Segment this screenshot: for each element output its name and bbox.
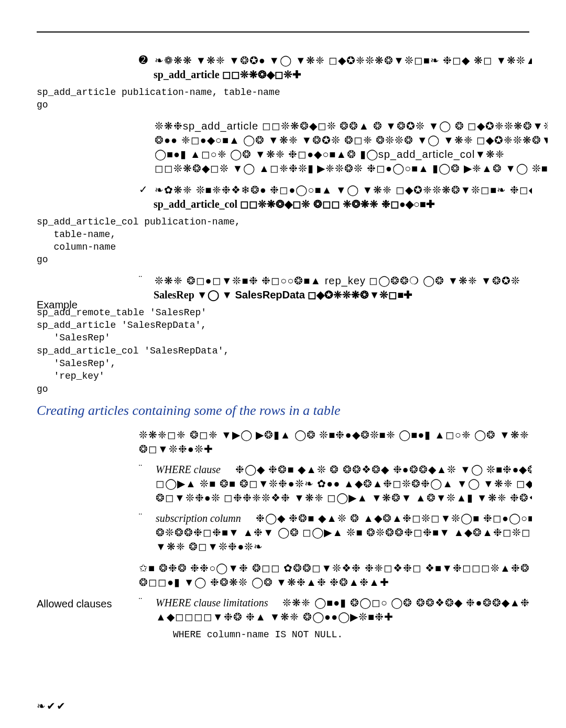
step-bullet-2: ➋ [139, 53, 150, 67]
wlimit-g1: ❊❋❈ ◯■●▮ ❂◯◻○ ◯❂ ❂❂❖❂◆ ❉●❂❂◆▲❉ [282, 597, 530, 608]
step-bullet-check: ✓ [139, 183, 150, 196]
page: ➋ ❧❁❋❋ ▼❋❈ ▼❂✪● ▼◯ ▼❋❈ ◻◆✪❈❊❋❂▼❊◻■❧ ❉◻◆ … [0, 0, 566, 728]
stepcheck-bold-sym: ◻◻❊❋❂◆◻❊ ❂◻◻ ❈❂❋❈ ❉◻●◆○■✚ [240, 198, 435, 210]
sp-add-article-col-label: sp_add_article_col [154, 198, 240, 210]
where-g3: ❂◻▼❊❉●❊ ◻❉❉❈❊❖❉ ▼❋❈ ◻◯▶▲ ▼❋❂▼ ▲❂▼❊▲▮ ▼❋❈… [156, 491, 532, 505]
section-heading: Creating articles containing some of the… [37, 403, 529, 419]
sp-add-article-label: sp_add_article [154, 69, 222, 80]
step2-bold-sym: ◻◻❊❋❂◆◻❊✚ [222, 69, 301, 80]
label-allowed-clauses: Allowed clauses [37, 598, 112, 610]
allowed-block: ✩■ ❂❉❂ ❉❉○◯▼❉ ❂◻◻ ✿❂❂◻▼❊❖❉ ❉❈◻❖❉◻ ❖■▼❉◻◻… [139, 561, 532, 624]
salesrep-label: SalesRep [154, 289, 197, 301]
bullet-subscription: ¨ subscription column❉◯◆ ❉❂■ ◆▲❊ ❂ ▲◆❂▲❉… [139, 511, 532, 554]
step2-g2: ❊❋❉sp_add_article ◻◻❊❋❂◆◻❊ ❂❂▲ ❂ ▼❂✪❊ ▼◯… [155, 119, 548, 133]
allowed-g1: ✩■ ❂❉❂ ❉❉○◯▼❉ ❂◻◻ ✿❂❂◻▼❊❖❉ ❉❈◻❖❉◻ ❖■▼❉◻◻… [139, 561, 532, 575]
where-g2: ◻◯▶▲ ❊■ ❂■ ❂◻▼❊❉●❊❧ ✿●● ▲◆❂▲❉◻❊❂❉◯▲ ▼◯ ▼… [156, 477, 532, 491]
bullet-mark-where: ¨ [139, 463, 148, 505]
example-block: ¨ ❊❋❈ ❂◻●◻▼❊■❉ ❉◻○○❂■▲ rep_key ◻◯❂❂❍ ◯❂ … [139, 274, 532, 302]
example-bold: SalesRep ▼◯ ▼ SalesRepData ◻◆✪❈❊❋❂▼❊◻■✚ [154, 288, 532, 302]
block-step-2: ➋ ❧❁❋❋ ▼❋❈ ▼❂✪● ▼◯ ▼❋❈ ◻◆✪❈❊❋❂▼❊◻■❧ ❉◻◆ … [139, 53, 532, 82]
term-where-limitations: WHERE clause limitations [156, 597, 268, 608]
step2-g5: ◻◻❊❋❂◆◻❊ ▼◯ ▲◻❈❉❊▮ ▶❈❊❂❊ ❉◻●◯○■▲ ▮◯❂ ▶❈▲… [155, 162, 548, 176]
example-bold-sym: ◻◆✪❈❊❋❂▼❊◻■✚ [308, 289, 412, 301]
code-example: sp_add_remote_table 'SalesRep' sp_add_ar… [37, 306, 414, 395]
sub-g1: ❉◯◆ ❉❂■ ◆▲❊ ❂ ▲◆❂▲❉◻❊◻▼❊◯■ ❉◻●◯○■ ▼◯ [256, 512, 532, 524]
example-bullet: ¨ [139, 274, 150, 286]
bullet-mark-sub: ¨ [139, 511, 148, 554]
step2-g4: ◯■●▮ ▲◻○❈ ◯❂ ▼❋❈ ❉◻●◆○■▲❂ ▮◯sp_add_artic… [155, 147, 548, 162]
top-rule [37, 31, 529, 33]
step2-body: ❊❋❉sp_add_article ◻◻❊❋❂◆◻❊ ❂❂▲ ❂ ▼❂✪❊ ▼◯… [155, 119, 548, 176]
bullet-where: ¨ WHERE clause❉◯◆ ❉❂■ ◆▲❊ ❂ ❂❂❖❂◆ ❉●❂❂◆▲… [139, 463, 532, 505]
example-mid: ▼◯ ▼ SalesRepData [197, 289, 308, 301]
wlimit-g2: ▲◆◻◻◻◻▼❉❂ ❉▲ ▼❋❈ ❂◯●●◯▶❊■❉✚ [156, 610, 532, 624]
code-where-not-null: WHERE column-name IS NOT NULL. [173, 628, 529, 641]
block-step-check: ✓ ❧✿❋❈ ❊■❈❉❖❄❂● ❉◻●◯○■▲ ▼◯ ▼❋❈ ◻◆✪❈❊❋❂▼❊… [139, 183, 532, 211]
stepcheck-bold: sp_add_article_col ◻◻❊❋❂◆◻❊ ❂◻◻ ❈❂❋❈ ❉◻●… [154, 197, 532, 211]
afterhead-block: ❊❋❈◻❈ ❂◻❈ ▼▶◯ ▶❂▮▲ ◯❂ ❊■❉●◆❂❊■❈ ◯■●▮ ▲◻○… [139, 428, 532, 456]
step2-line1: ❧❁❋❋ ▼❋❈ ▼❂✪● ▼◯ ▼❋❈ ◻◆✪❈❊❋❂▼❊◻■❧ ❉◻◆ ❋◻… [155, 53, 532, 68]
code-sp-add-article-col: sp_add_article_col publication-name, tab… [37, 216, 414, 266]
code-sp-add-article: sp_add_article publication-name, table-n… [37, 86, 414, 112]
bullet-mark-wlimit: ¨ [139, 596, 148, 624]
afterhead-g1: ❊❋❈◻❈ ❂◻❈ ▼▶◯ ▶❂▮▲ ◯❂ ❊■❉●◆❂❊■❈ ◯■●▮ ▲◻○… [139, 428, 532, 442]
allowed-g2: ❂◻◻●▮ ▼◯ ❉❂❋❊ ◯❂ ▼❋❉▲❉ ❉❂▲❉▲✚ [139, 575, 532, 590]
example-g1: ❊❋❈ ❂◻●◻▼❊■❉ ❉◻○○❂■▲ rep_key ◻◯❂❂❍ ◯❂ ▼❋… [155, 274, 520, 288]
sub-g2: ❂❊❂❂❉◻❉■▼ ▲❉▼ ◯❂ ◻◯▶▲ ❊■ ❂❊❂❂❉◻❉■▼ ▲◆❂▲❉… [156, 526, 532, 540]
where-g1: ❉◯◆ ❉❂■ ◆▲❊ ❂ ❂❂❖❂◆ ❉●❂❂◆▲❊ ▼◯ ❊■❉●◆❂❊ ❂… [235, 464, 532, 475]
page-number: ❧✔✔ [37, 700, 67, 712]
term-subscription-column: subscription column [156, 512, 241, 524]
label-example: Example [37, 299, 78, 311]
step2-g3: ❂●● ❈◻●◆○■▲ ◯❂ ▼❋❈ ▼❂✪❊ ❂◻❈ ❂❊❊❂ ▼◯ ▼❋❈ … [155, 133, 548, 147]
term-where-clause: WHERE clause [156, 464, 221, 475]
step2-bold: sp_add_article ◻◻❊❋❂◆◻❊✚ [154, 68, 532, 82]
stepcheck-line1: ❧✿❋❈ ❊■❈❉❖❄❂● ❉◻●◯○■▲ ▼◯ ▼❋❈ ◻◆✪❈❊❋❂▼❊◻■… [155, 183, 532, 197]
afterhead-g2: ❂◻▼❊❉●❊✚ [139, 442, 532, 456]
sub-g3: ▼❋❈ ❂◻▼❊❉●❊❧ [156, 540, 532, 554]
